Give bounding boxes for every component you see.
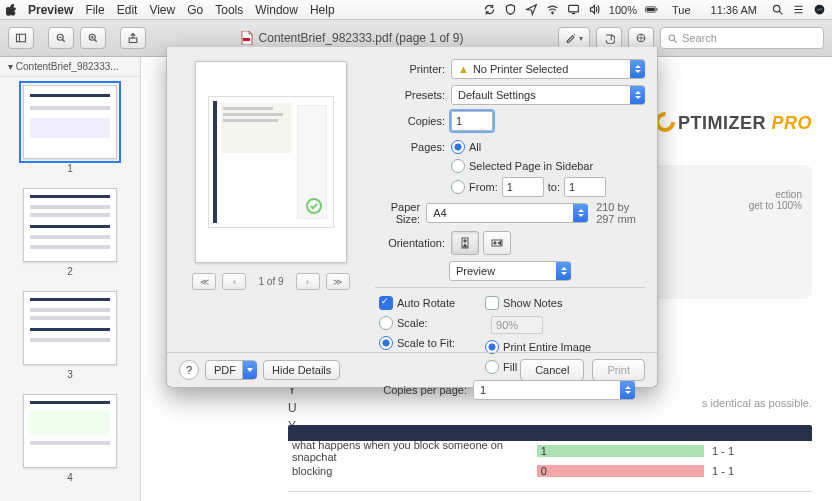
battery-percent: 100% [609,4,637,16]
markup-button[interactable] [628,27,654,49]
page-thumb-2[interactable] [23,188,117,262]
menu-view[interactable]: View [149,3,175,17]
page-num-1: 1 [0,163,140,174]
siri-icon[interactable] [813,3,826,16]
body-line-tail: s identical as possible. [702,397,812,409]
copies-input[interactable]: 1 [451,111,493,131]
pdf-dropdown-button[interactable]: PDF [205,360,257,380]
page-num-4: 4 [0,472,140,483]
table-row: blocking 0 1 - 1 [288,461,812,481]
zoom-in-button[interactable] [80,27,106,49]
menu-help[interactable]: Help [310,3,335,17]
print-dialog: ≪ ‹ 1 of 9 › ≫ Printer: ▲ No Printer Sel… [166,47,658,388]
preview-prev-button[interactable]: ‹ [222,273,246,290]
apple-menu-icon[interactable] [6,4,18,16]
label-presets: Presets: [375,89,445,101]
auto-rotate-check[interactable]: Auto Rotate [379,296,455,310]
orientation-landscape-button[interactable] [483,231,511,255]
warning-icon: ▲ [458,63,469,75]
spotlight-icon[interactable] [771,3,784,16]
print-preview-page [195,61,347,263]
keyword-table: what happens when you block someone on s… [288,425,812,492]
label-pages: Pages: [375,141,445,153]
sidebar-toggle-button[interactable] [8,27,34,49]
preview-counter: 1 of 9 [258,276,283,287]
thumbnail-sidebar: ▾ ContentBrief_982333... 1 2 [0,57,141,501]
section-select[interactable]: Preview [449,261,571,281]
status-icons: 100% Tue 11:36 AM [483,3,826,16]
page-num-2: 2 [0,266,140,277]
svg-rect-11 [243,38,250,41]
paper-dims: 210 by 297 mm [596,201,645,225]
preview-first-button[interactable]: ≪ [192,273,216,290]
print-button[interactable]: Print [592,359,645,381]
search-icon [667,33,678,44]
score-card: ection get to 100% [642,165,812,299]
sidebar-doc-name: ▾ ContentBrief_982333... [0,57,140,77]
menu-go[interactable]: Go [187,3,203,17]
pages-from-input[interactable]: 1 [502,177,544,197]
menu-time[interactable]: 11:36 AM [711,4,757,16]
sync-icon[interactable] [483,3,496,16]
app-name[interactable]: Preview [28,3,73,17]
presets-select[interactable]: Default Settings [451,85,645,105]
pages-selected-radio[interactable]: Selected Page in Sidebar [451,159,645,173]
cancel-button[interactable]: Cancel [520,359,584,381]
shield-icon[interactable] [504,3,517,16]
label-paper-size: Paper Size: [375,201,420,225]
window-title: ContentBrief_982333.pdf (page 1 of 9) [152,31,552,45]
label-orientation: Orientation: [375,237,445,249]
menu-day[interactable]: Tue [672,4,691,16]
highlight-button[interactable]: ▾ [558,27,590,49]
pages-range-radio[interactable]: From: 1 to: 1 [451,177,645,197]
page-thumb-1[interactable] [23,85,117,159]
menu-window[interactable]: Window [255,3,298,17]
location-icon[interactable] [525,3,538,16]
rotate-button[interactable] [596,27,622,49]
label-printer: Printer: [375,63,445,75]
zoom-out-button[interactable] [48,27,74,49]
page-thumb-4[interactable] [23,394,117,468]
preview-last-button[interactable]: ≫ [326,273,350,290]
pages-all-radio[interactable]: All [451,140,481,154]
orientation-portrait-button[interactable] [451,231,479,255]
menu-edit[interactable]: Edit [117,3,138,17]
paper-size-select[interactable]: A4 [426,203,588,223]
volume-icon[interactable] [588,3,601,16]
printer-select[interactable]: ▲ No Printer Selected [451,59,645,79]
svg-point-5 [773,5,780,12]
svg-point-0 [552,13,553,14]
svg-point-14 [657,114,673,130]
print-preview-pane: ≪ ‹ 1 of 9 › ≫ [181,61,361,290]
page-thumb-3[interactable] [23,291,117,365]
scale-pct-field: 90% [485,316,591,334]
svg-point-13 [669,35,675,41]
menu-bar: Preview File Edit View Go Tools Window H… [0,0,832,20]
svg-point-19 [494,242,496,244]
svg-rect-7 [17,34,26,42]
battery-icon[interactable] [645,3,658,16]
wifi-icon[interactable] [546,3,559,16]
preview-next-button[interactable]: › [296,273,320,290]
dialog-footer: ? PDF Hide Details Cancel Print [167,352,657,387]
pdf-doc-icon [241,31,253,45]
page-num-3: 3 [0,369,140,380]
share-button[interactable] [120,27,146,49]
pages-to-input[interactable]: 1 [564,177,606,197]
hide-details-button[interactable]: Hide Details [263,360,340,380]
table-row: what happens when you block someone on s… [288,441,812,461]
label-copies: Copies: [375,115,445,127]
help-button[interactable]: ? [179,360,199,380]
screen-icon[interactable] [567,3,580,16]
notification-center-icon[interactable] [792,3,805,16]
menu-file[interactable]: File [85,3,104,17]
search-placeholder: Search [682,32,717,44]
svg-rect-3 [647,8,655,11]
search-field[interactable]: Search [660,27,824,49]
brand-logo: PTIMIZER PRO [654,111,812,138]
svg-rect-1 [568,5,578,12]
scale-to-fit-radio[interactable]: Scale to Fit: [379,336,455,350]
scale-radio[interactable]: Scale: [379,316,455,330]
show-notes-check[interactable]: Show Notes [485,296,591,310]
menu-tools[interactable]: Tools [215,3,243,17]
